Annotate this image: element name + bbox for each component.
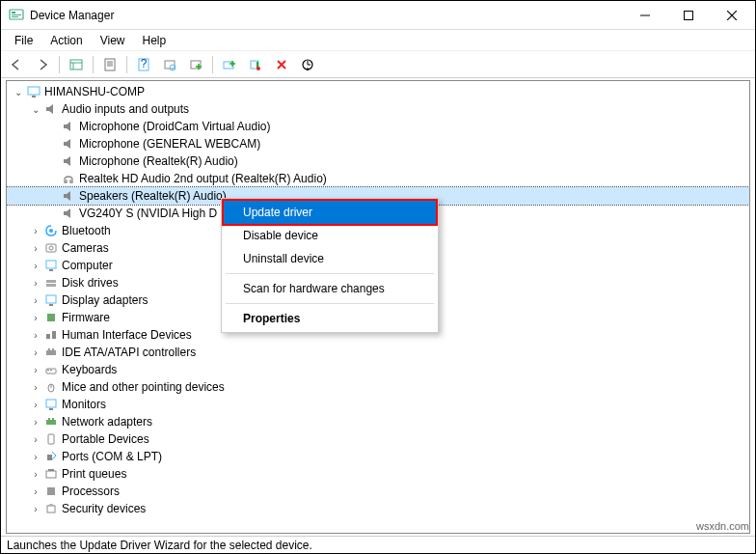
update-driver-button[interactable] (218, 54, 241, 75)
expand-icon[interactable]: › (28, 261, 43, 271)
back-button[interactable] (5, 54, 28, 75)
svg-rect-35 (47, 314, 55, 321)
expand-icon[interactable]: › (28, 417, 43, 428)
collapse-icon[interactable]: ⌄ (11, 87, 26, 97)
expand-icon[interactable]: › (28, 382, 43, 393)
expand-icon[interactable]: › (28, 347, 43, 358)
scan-button[interactable] (158, 54, 181, 75)
tree-category[interactable]: ›Monitors (7, 396, 749, 413)
category-icon (43, 466, 59, 482)
tree-label: Network adapters (62, 415, 152, 429)
disable-button[interactable] (244, 54, 267, 75)
separator (126, 56, 127, 73)
svg-rect-48 (46, 420, 56, 425)
tree-category[interactable]: ›Network adapters (7, 413, 749, 430)
tree-category[interactable]: ›Mice and other pointing devices (7, 378, 749, 396)
toolbar: ? (1, 51, 755, 78)
expand-icon[interactable]: › (28, 226, 43, 236)
add-legacy-button[interactable] (184, 54, 207, 75)
tree-category[interactable]: ›Print queues (7, 465, 749, 483)
svg-rect-24 (28, 87, 40, 95)
tree-label: Audio inputs and outputs (62, 102, 189, 116)
expand-icon[interactable]: › (28, 486, 43, 497)
category-icon (43, 310, 59, 325)
svg-rect-55 (47, 487, 55, 495)
tree-item[interactable]: Realtek HD Audio 2nd output (Realtek(R) … (7, 170, 749, 187)
svg-rect-51 (48, 434, 54, 444)
expand-icon[interactable]: › (28, 365, 43, 375)
svg-text:?: ? (141, 58, 148, 70)
separator (212, 56, 213, 73)
maximize-button[interactable] (666, 2, 710, 29)
tree-item[interactable]: Microphone (DroidCam Virtual Audio) (7, 118, 749, 135)
tree-item[interactable]: Microphone (GENERAL WEBCAM) (7, 135, 749, 152)
expand-icon[interactable]: › (28, 452, 43, 462)
svg-rect-41 (46, 369, 56, 374)
svg-rect-49 (48, 418, 50, 420)
expand-icon[interactable]: › (28, 243, 43, 254)
svg-rect-42 (47, 370, 49, 371)
category-icon (43, 292, 59, 308)
menu-properties[interactable]: Properties (224, 307, 436, 330)
title-bar: Device Manager (1, 1, 755, 30)
category-icon (43, 397, 59, 412)
menu-file[interactable]: File (7, 32, 40, 49)
forward-button[interactable] (31, 54, 54, 75)
expand-icon[interactable]: › (28, 295, 43, 306)
tree-category-audio[interactable]: ⌄ Audio inputs and outputs (7, 100, 749, 118)
help-button[interactable]: ? (132, 54, 155, 75)
tree-label: Portable Devices (62, 432, 149, 446)
tree-category[interactable]: ›Ports (COM & LPT) (7, 448, 749, 465)
tree-category[interactable]: ›Portable Devices (7, 430, 749, 448)
tree-root[interactable]: ⌄ HIMANSHU-COMP (7, 83, 749, 100)
category-icon (43, 240, 59, 256)
category-icon (43, 327, 59, 343)
tree-category[interactable]: ›Security devices (7, 500, 749, 517)
category-icon (43, 379, 59, 395)
tree-category[interactable]: ›IDE ATA/ATAPI controllers (7, 344, 749, 361)
svg-rect-46 (46, 400, 56, 407)
svg-rect-11 (105, 59, 115, 70)
expand-icon[interactable]: › (28, 278, 43, 289)
uninstall-button[interactable] (270, 54, 293, 75)
close-button[interactable] (710, 2, 753, 29)
scan-hardware-button[interactable] (296, 54, 319, 75)
collapse-icon[interactable]: ⌄ (28, 104, 43, 115)
svg-rect-38 (46, 350, 56, 355)
status-text: Launches the Update Driver Wizard for th… (7, 539, 312, 552)
expand-icon[interactable]: › (28, 330, 43, 341)
tree-label: Mice and other pointing devices (62, 380, 225, 394)
tree-label: Print queues (62, 467, 126, 481)
speaker-icon (61, 188, 76, 204)
show-hide-button[interactable] (65, 54, 88, 75)
headphones-icon (61, 171, 76, 186)
expand-icon[interactable]: › (28, 434, 43, 445)
computer-icon (26, 84, 41, 99)
tree-category[interactable]: ›Keyboards (7, 361, 749, 378)
menu-scan-hardware[interactable]: Scan for hardware changes (224, 277, 436, 300)
svg-rect-25 (32, 96, 36, 97)
tree-label: Microphone (DroidCam Virtual Audio) (79, 120, 271, 133)
svg-rect-43 (50, 370, 52, 371)
svg-point-28 (49, 246, 53, 250)
tree-category[interactable]: ›Processors (7, 483, 749, 500)
expand-icon[interactable]: › (28, 504, 43, 514)
svg-rect-3 (12, 16, 18, 17)
menu-uninstall-device[interactable]: Uninstall device (224, 247, 436, 270)
speaker-icon (61, 153, 76, 169)
menu-help[interactable]: Help (135, 32, 175, 49)
minimize-button[interactable] (623, 2, 666, 29)
menu-disable-device[interactable]: Disable device (224, 224, 436, 247)
menu-view[interactable]: View (93, 32, 133, 49)
expand-icon[interactable]: › (28, 400, 43, 410)
menu-update-driver[interactable]: Update driver (224, 201, 436, 224)
svg-rect-52 (47, 455, 52, 460)
properties-button[interactable] (98, 54, 122, 75)
expand-icon[interactable]: › (28, 469, 43, 480)
svg-rect-37 (52, 331, 56, 339)
tree-label: Bluetooth (62, 224, 111, 237)
tree-label: Computer (62, 259, 113, 272)
menu-action[interactable]: Action (42, 32, 90, 49)
expand-icon[interactable]: › (28, 313, 43, 323)
tree-item[interactable]: Microphone (Realtek(R) Audio) (7, 152, 749, 170)
